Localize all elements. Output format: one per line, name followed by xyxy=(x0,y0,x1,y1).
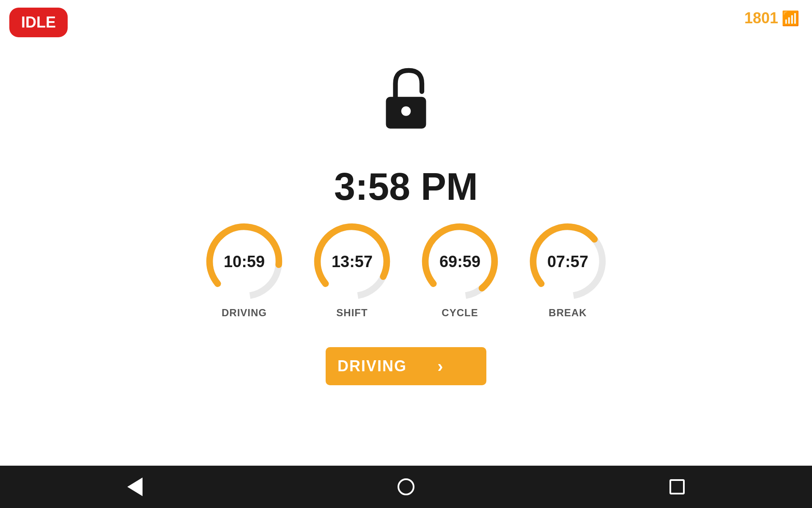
lock-icon-area xyxy=(379,68,433,131)
current-time: 3:58 PM xyxy=(334,165,478,209)
chevron-right-icon: › xyxy=(407,357,475,376)
unlock-icon xyxy=(379,68,433,131)
gauge-driving-value: 10:59 xyxy=(224,252,265,271)
gauge-break: 07:57 BREAK xyxy=(527,220,609,319)
gauge-break-circle: 07:57 xyxy=(527,220,609,303)
gauge-cycle-circle: 69:59 xyxy=(419,220,501,303)
bottom-nav-bar xyxy=(0,466,812,508)
nav-back-button[interactable] xyxy=(127,478,143,496)
device-info: 1801 📶 xyxy=(744,9,799,27)
gauge-shift-circle: 13:57 xyxy=(311,220,393,303)
idle-badge: IDLE xyxy=(9,8,68,37)
gauge-driving-circle: 10:59 xyxy=(203,220,285,303)
driving-button-label: DRIVING xyxy=(337,357,407,375)
gauge-cycle: 69:59 CYCLE xyxy=(419,220,501,319)
nav-recent-button[interactable] xyxy=(669,479,685,494)
gauges-row: 10:59 DRIVING 13:57 SHIFT 69:59 CYCLE xyxy=(203,220,609,319)
back-icon xyxy=(127,478,143,496)
gauge-shift: 13:57 SHIFT xyxy=(311,220,393,319)
gauge-driving: 10:59 DRIVING xyxy=(203,220,285,319)
recent-apps-icon xyxy=(669,479,685,494)
gauge-cycle-value: 69:59 xyxy=(439,252,480,271)
gauge-break-value: 07:57 xyxy=(547,252,588,271)
home-icon xyxy=(398,478,414,495)
driving-button[interactable]: DRIVING › xyxy=(326,347,486,385)
gauge-shift-value: 13:57 xyxy=(332,252,373,271)
bluetooth-icon: 📶 xyxy=(782,10,799,27)
nav-home-button[interactable] xyxy=(398,478,414,495)
svg-point-1 xyxy=(401,106,411,116)
device-id-text: 1801 xyxy=(744,9,778,27)
